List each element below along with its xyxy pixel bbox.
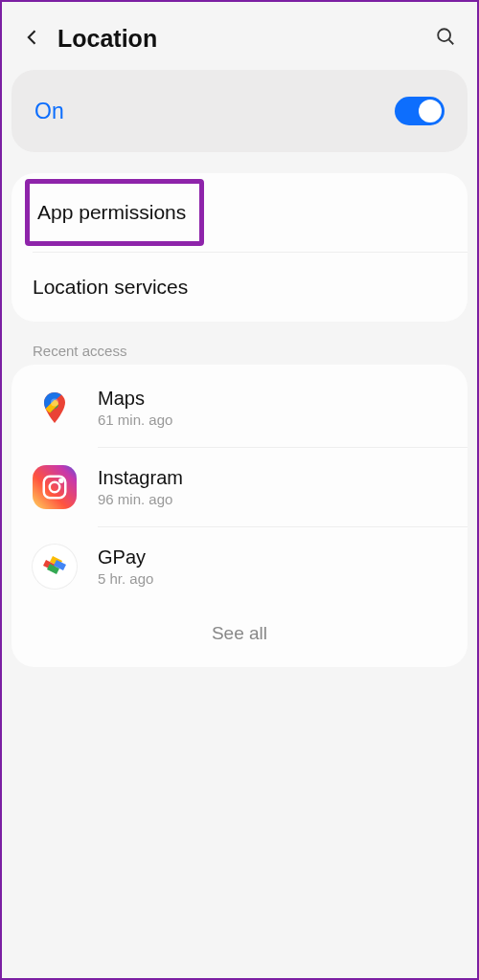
svg-point-4 (50, 482, 60, 493)
instagram-icon (33, 465, 77, 509)
app-name: Maps (98, 388, 446, 410)
location-services-item[interactable]: Location services (11, 253, 468, 322)
header-bar: Location (11, 10, 468, 70)
app-info: GPay 5 hr. ago (98, 546, 446, 587)
app-time: 96 min. ago (98, 491, 446, 507)
app-time: 61 min. ago (98, 412, 446, 428)
page-title: Location (57, 25, 435, 53)
recent-app-row[interactable]: Maps 61 min. ago (11, 368, 468, 447)
location-toggle[interactable] (395, 97, 445, 125)
svg-point-2 (51, 399, 58, 407)
settings-links-card: App permissions Location services (11, 173, 468, 322)
recent-app-row[interactable]: Instagram 96 min. ago (11, 448, 468, 526)
svg-point-5 (59, 479, 62, 482)
recent-access-card: Maps 61 min. ago Instagram 96 min. ago G… (11, 365, 468, 667)
highlight-annotation: App permissions (25, 179, 204, 246)
maps-icon (33, 386, 77, 430)
location-services-label: Location services (33, 276, 188, 298)
svg-line-1 (449, 39, 454, 44)
gpay-icon (33, 545, 77, 589)
app-info: Maps 61 min. ago (98, 388, 446, 428)
see-all-button[interactable]: See all (11, 606, 468, 657)
settings-screen: Location On App permissions Location ser… (2, 2, 477, 978)
location-toggle-card: On (11, 70, 468, 152)
recent-app-row[interactable]: GPay 5 hr. ago (11, 527, 468, 606)
app-permissions-item[interactable]: App permissions (11, 173, 468, 252)
app-info: Instagram 96 min. ago (98, 467, 446, 507)
app-name: GPay (98, 546, 446, 568)
app-permissions-label: App permissions (32, 201, 186, 223)
search-icon[interactable] (435, 26, 456, 53)
app-name: Instagram (98, 467, 446, 489)
app-time: 5 hr. ago (98, 570, 446, 587)
back-icon[interactable] (23, 26, 42, 53)
toggle-status-label: On (34, 99, 64, 124)
svg-point-0 (438, 29, 450, 41)
recent-access-label: Recent access (11, 343, 468, 365)
